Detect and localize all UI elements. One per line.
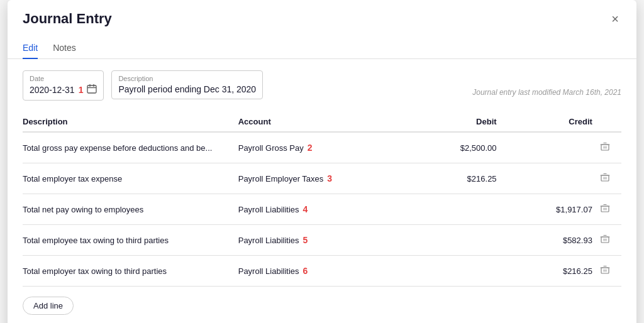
header-credit: Credit <box>502 112 597 132</box>
cell-credit-3: $582.93 <box>502 225 597 256</box>
account-name-4: Payroll Liabilities <box>238 266 299 276</box>
modal-header: Journal Entry × <box>8 0 636 28</box>
account-badge-2: 4 <box>303 204 308 214</box>
cell-debit-1: $216.25 <box>394 163 501 194</box>
svg-rect-2 <box>601 175 609 181</box>
cell-credit-2: $1,917.07 <box>502 194 597 225</box>
date-field: 2020-12-31 1 <box>30 84 97 96</box>
cell-debit-0: $2,500.00 <box>394 132 501 163</box>
table-row: Total net pay owing to employees Payroll… <box>23 194 621 225</box>
cell-debit-3 <box>394 225 501 256</box>
svg-rect-4 <box>601 237 609 243</box>
description-field-box: Description Payroll period ending Dec 31… <box>111 70 263 99</box>
date-badge: 1 <box>79 85 84 95</box>
cell-debit-4 <box>394 256 501 287</box>
svg-rect-3 <box>601 206 609 212</box>
journal-entry-modal: Journal Entry × Edit Notes Date 2020-12-… <box>8 0 636 323</box>
header-action <box>597 112 621 132</box>
table-row: Total employee tax owing to third partie… <box>23 225 621 256</box>
cell-account-3: Payroll Liabilities 5 <box>238 225 394 256</box>
cell-credit-1 <box>502 163 597 194</box>
table-area: Description Account Debit Credit Total g <box>8 112 636 287</box>
delete-row-0-button[interactable] <box>597 140 613 155</box>
cell-account-1: Payroll Employer Taxes 3 <box>238 163 394 194</box>
table-row: Total employer tax owing to third partie… <box>23 256 621 287</box>
cell-description-3: Total employee tax owing to third partie… <box>23 225 238 256</box>
delete-row-2-button[interactable] <box>597 202 613 217</box>
table-header-row: Description Account Debit Credit <box>23 112 621 132</box>
svg-rect-1 <box>601 145 609 150</box>
header-debit: Debit <box>394 112 501 132</box>
tabs-container: Edit Notes <box>8 30 636 59</box>
journal-table: Description Account Debit Credit Total g <box>23 112 621 287</box>
tab-notes[interactable]: Notes <box>53 38 76 59</box>
cell-action-2 <box>597 194 621 225</box>
form-area: Date 2020-12-31 1 Description Payroll pe… <box>8 59 636 101</box>
account-badge-0: 2 <box>308 143 313 153</box>
cell-account-0: Payroll Gross Pay 2 <box>238 132 394 163</box>
add-line-button[interactable]: Add line <box>23 297 74 315</box>
footer-totals: Total debits $2,716.25 = Total credits $… <box>8 315 636 323</box>
header-account: Account <box>238 112 394 132</box>
delete-row-1-button[interactable] <box>597 171 613 186</box>
cell-description-1: Total employer tax expense <box>23 163 238 194</box>
cell-action-3 <box>597 225 621 256</box>
description-value: Payroll period ending Dec 31, 2020 <box>118 84 256 94</box>
modified-note: Journal entry last modified March 16th, … <box>472 88 621 101</box>
cell-action-1 <box>597 163 621 194</box>
cell-description-2: Total net pay owing to employees <box>23 194 238 225</box>
account-badge-1: 3 <box>327 173 332 183</box>
cell-credit-0 <box>502 132 597 163</box>
svg-rect-5 <box>601 268 609 273</box>
tab-edit[interactable]: Edit <box>23 38 38 59</box>
table-row: Total employer tax expense Payroll Emplo… <box>23 163 621 194</box>
account-badge-3: 5 <box>303 235 308 245</box>
delete-row-4-button[interactable] <box>597 263 613 278</box>
account-name-3: Payroll Liabilities <box>238 236 299 245</box>
svg-rect-0 <box>87 85 96 93</box>
account-badge-4: 6 <box>303 266 308 276</box>
account-name-1: Payroll Employer Taxes <box>238 174 324 183</box>
cell-action-4 <box>597 256 621 287</box>
account-name-0: Payroll Gross Pay <box>238 143 304 153</box>
table-row: Total gross pay expense before deduction… <box>23 132 621 163</box>
header-description: Description <box>23 112 238 132</box>
description-label: Description <box>118 75 256 82</box>
cell-account-2: Payroll Liabilities 4 <box>238 194 394 225</box>
modal-title: Journal Entry <box>23 11 112 27</box>
date-value: 2020-12-31 <box>30 85 75 95</box>
cell-debit-2 <box>394 194 501 225</box>
calendar-icon[interactable] <box>87 84 97 96</box>
cell-description-0: Total gross pay expense before deduction… <box>23 132 238 163</box>
close-button[interactable]: × <box>609 10 621 28</box>
date-label: Date <box>30 75 97 82</box>
date-field-box: Date 2020-12-31 1 <box>23 70 104 101</box>
cell-action-0 <box>597 132 621 163</box>
delete-row-3-button[interactable] <box>597 233 613 248</box>
account-name-2: Payroll Liabilities <box>238 205 299 214</box>
cell-description-4: Total employer tax owing to third partie… <box>23 256 238 287</box>
cell-credit-4: $216.25 <box>502 256 597 287</box>
cell-account-4: Payroll Liabilities 6 <box>238 256 394 287</box>
